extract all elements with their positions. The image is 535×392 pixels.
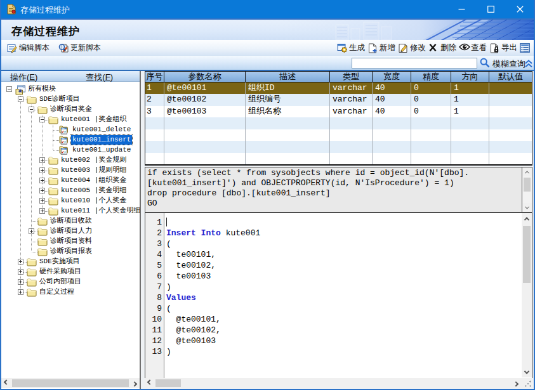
table-empty-row[interactable] xyxy=(145,141,532,152)
tree-item-kute002-[interactable]: kute002 |奖金规则 xyxy=(1,155,140,166)
tree-item-label[interactable]: kute004 |组织奖金 xyxy=(60,176,128,185)
scrollbar-thumb[interactable] xyxy=(523,226,531,283)
tree-item--[interactable]: 公司内部项目 xyxy=(1,277,140,287)
tree-item--[interactable]: 自定义过程 xyxy=(1,287,140,297)
tree-item--[interactable]: 诊断项目奖金 xyxy=(1,105,140,115)
table-empty-row[interactable] xyxy=(145,153,532,164)
tree-item-label[interactable]: kute003 |规则明细 xyxy=(60,166,128,175)
search-input[interactable] xyxy=(352,58,477,69)
scrollbar-thumb[interactable] xyxy=(524,178,531,192)
close-button[interactable] xyxy=(506,0,534,18)
column-header-2[interactable]: 参数名称 xyxy=(164,72,246,82)
tree-item-kute001_delete[interactable]: kute001_delete xyxy=(1,125,140,135)
tree-item-SDE-[interactable]: SDE诊断项目 xyxy=(1,95,140,105)
expand-node-icon[interactable] xyxy=(18,289,23,295)
tree-item--[interactable]: 诊断项目资料 xyxy=(1,237,140,247)
collapse-node-icon[interactable] xyxy=(29,107,34,112)
scroll-up-button[interactable] xyxy=(522,167,532,176)
collapse-icon[interactable] xyxy=(524,59,533,67)
expand-node-icon[interactable] xyxy=(39,157,45,163)
column-header-8[interactable]: 默认值 xyxy=(489,72,532,82)
tree-item-kute001_update[interactable]: kute001_update xyxy=(1,145,140,155)
tree-item-label[interactable]: kute010 |个人奖金 xyxy=(60,196,128,206)
search-icon[interactable] xyxy=(479,57,491,69)
tree-item-kute011-[interactable]: kute011 |个人奖金明细 xyxy=(1,206,140,216)
resize-grip[interactable] xyxy=(525,381,531,387)
minimize-button[interactable] xyxy=(447,0,476,18)
查看-button[interactable]: 查看 xyxy=(459,42,487,53)
新增-button[interactable]: 新增 xyxy=(367,42,395,53)
column-header-3[interactable]: 描述 xyxy=(246,72,330,82)
tree-item-label[interactable]: kute001_update xyxy=(71,145,132,155)
tree-menu-E[interactable]: 操作(E) xyxy=(10,72,37,81)
删除-button[interactable]: 删除 xyxy=(428,42,456,53)
table-row[interactable]: 2@te00102组织编号varchar4001 xyxy=(145,94,532,105)
tree-item--[interactable]: 诊断项目人力 xyxy=(1,226,140,237)
expand-node-icon[interactable] xyxy=(39,167,45,173)
tree-item-kute003-[interactable]: kute003 |规则明细 xyxy=(1,166,140,176)
scroll-down-button[interactable] xyxy=(522,367,532,377)
tree-item--[interactable]: 所有模块 xyxy=(1,84,140,95)
生成-button[interactable]: 生成 xyxy=(337,42,365,53)
expand-node-icon[interactable] xyxy=(18,279,23,285)
collapse-node-icon[interactable] xyxy=(6,86,12,92)
tree-item-label[interactable]: SDE诊断项目 xyxy=(38,95,81,104)
tree-item-label[interactable]: kute001_delete xyxy=(71,125,132,134)
tree-item-label[interactable]: 诊断项目收款 xyxy=(49,216,93,226)
code-horizontal-scrollbar[interactable] xyxy=(145,378,521,388)
tree-item-kute010-[interactable]: kute010 |个人奖金 xyxy=(1,196,140,206)
expand-node-icon[interactable] xyxy=(18,269,23,275)
scroll-left-button[interactable] xyxy=(145,378,155,388)
tree-item-kute001_insert[interactable]: kute001_insert xyxy=(1,135,140,145)
scroll-right-button[interactable] xyxy=(511,378,521,388)
sql-vertical-scrollbar[interactable] xyxy=(522,167,532,212)
scroll-down-button[interactable] xyxy=(522,203,532,212)
tree-item-label[interactable]: kute005 |奖金明细 xyxy=(60,186,128,195)
expand-node-icon[interactable] xyxy=(39,198,45,204)
scroll-up-button[interactable] xyxy=(522,213,532,224)
expand-node-icon[interactable] xyxy=(29,228,34,234)
tree-item-kute004-[interactable]: kute004 |组织奖金 xyxy=(1,176,140,186)
scroll-left-button[interactable] xyxy=(1,378,11,388)
tree-item-label[interactable]: 硬件采购项目 xyxy=(38,267,83,277)
tree-item-label[interactable]: kute011 |个人奖金明细 xyxy=(60,206,140,216)
table-empty-row[interactable] xyxy=(145,129,532,141)
编辑脚本-button[interactable]: 编辑脚本 xyxy=(7,42,50,53)
tree-item-label[interactable]: kute002 |奖金规则 xyxy=(60,155,128,165)
tree-item-label[interactable]: 诊断项目奖金 xyxy=(49,105,93,114)
scroll-right-button[interactable] xyxy=(129,378,140,388)
fuzzy-search-label[interactable]: 模糊查询 xyxy=(492,58,525,70)
expand-node-icon[interactable] xyxy=(39,178,45,183)
scrollbar-thumb[interactable] xyxy=(12,379,129,387)
tree-item--[interactable]: 硬件采购项目 xyxy=(1,267,140,277)
tree-item-label[interactable]: 所有模块 xyxy=(27,84,57,94)
修改-button[interactable]: 修改 xyxy=(398,42,426,53)
table-row[interactable]: 1@te00101组织IDvarchar4001 xyxy=(145,82,532,94)
code-vertical-scrollbar[interactable] xyxy=(522,213,532,377)
tree-horizontal-scrollbar[interactable] xyxy=(1,378,140,388)
tree-item-label[interactable]: 诊断项目人力 xyxy=(49,226,93,236)
column-header-7[interactable]: 方向 xyxy=(451,72,489,82)
tree-item--[interactable]: 诊断项目收款 xyxy=(1,216,140,226)
collapse-node-icon[interactable] xyxy=(39,117,45,122)
tree-menu-F[interactable]: 查找(F) xyxy=(86,72,113,81)
grid-button[interactable] xyxy=(520,43,532,53)
collapse-node-icon[interactable] xyxy=(18,96,23,102)
sql-header-text[interactable]: if exists (select * from sysobjects wher… xyxy=(145,167,522,212)
tree-item-label[interactable]: 公司内部项目 xyxy=(38,277,83,287)
expand-node-icon[interactable] xyxy=(39,208,45,214)
column-header-4[interactable]: 类型 xyxy=(330,72,373,82)
tree-item-label[interactable]: 诊断项目资料 xyxy=(49,237,93,246)
tree-item-label[interactable]: 诊断项目报表 xyxy=(49,247,93,256)
tree-item-SDE-[interactable]: SDE实施项目 xyxy=(1,257,140,267)
导出-button[interactable]: 导出 xyxy=(489,42,517,53)
column-header-6[interactable]: 精度 xyxy=(411,72,451,82)
tree-item-label[interactable]: 自定义过程 xyxy=(38,287,76,297)
scrollbar-thumb[interactable] xyxy=(155,379,181,387)
tree-item--[interactable]: 诊断项目报表 xyxy=(1,247,140,257)
tree-item-label[interactable]: SDE实施项目 xyxy=(38,257,81,266)
tree-item-label[interactable]: kute001_insert xyxy=(71,135,132,145)
column-header-1[interactable]: 序号 xyxy=(145,72,164,82)
code-editor[interactable]: 12345678910111213 Insert Into kute001( t… xyxy=(145,212,532,378)
column-header-5[interactable]: 宽度 xyxy=(373,72,411,82)
